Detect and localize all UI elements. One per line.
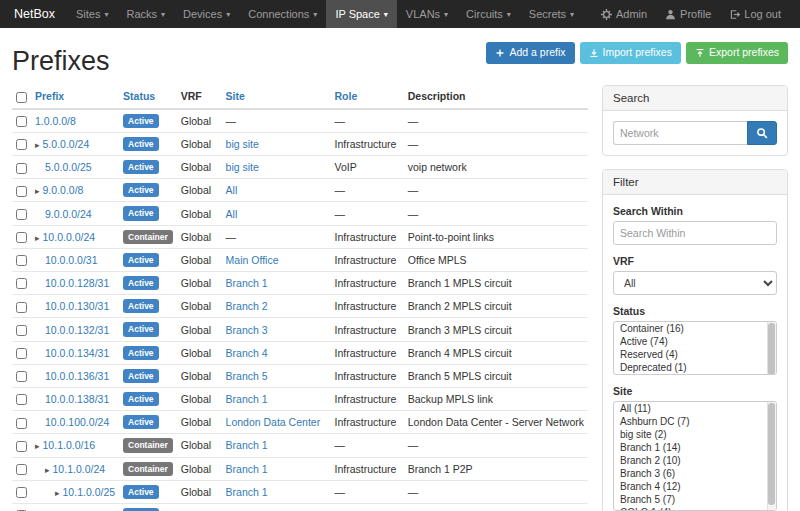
row-checkbox[interactable]: [16, 325, 27, 336]
site-link[interactable]: All: [226, 208, 238, 220]
row-checkbox[interactable]: [16, 116, 27, 127]
option-all-11[interactable]: All (11): [614, 402, 776, 415]
nav-item-racks[interactable]: Racks▾: [117, 0, 174, 28]
site-link[interactable]: All: [226, 184, 238, 196]
expand-arrow-icon[interactable]: ▸: [35, 186, 40, 196]
indent-spacer: [35, 356, 45, 357]
nav-item-connections[interactable]: Connections▾: [239, 0, 326, 28]
option-branch-5-7[interactable]: Branch 5 (7): [614, 493, 776, 506]
search-button[interactable]: [747, 121, 777, 145]
nav-item-devices[interactable]: Devices▾: [174, 0, 239, 28]
nav-item-vlans[interactable]: VLANs▾: [397, 0, 457, 28]
row-checkbox[interactable]: [16, 464, 27, 475]
prefix-link[interactable]: 10.1.0.0/16: [43, 439, 96, 451]
nav-item-ip-space[interactable]: IP Space▾: [326, 0, 396, 28]
nav-item-log-out[interactable]: Log out: [720, 0, 790, 28]
prefix-link[interactable]: 10.1.0.0/24: [53, 463, 106, 475]
nav-item-circuits[interactable]: Circuits▾: [457, 0, 520, 28]
nav-item-secrets[interactable]: Secrets▾: [520, 0, 583, 28]
row-checkbox[interactable]: [16, 232, 27, 243]
expand-arrow-icon[interactable]: ▸: [35, 140, 40, 150]
add-a-prefix-button[interactable]: Add a prefix: [486, 42, 574, 64]
site-link[interactable]: Branch 2: [226, 300, 268, 312]
select-all-checkbox[interactable]: [16, 92, 27, 103]
site-link[interactable]: London Data Center: [226, 416, 321, 428]
scrollbar-thumb[interactable]: [768, 323, 775, 375]
prefix-link[interactable]: 10.0.0.130/31: [45, 300, 109, 312]
site-link[interactable]: Branch 3: [226, 324, 268, 336]
row-checkbox[interactable]: [16, 186, 27, 197]
prefix-link[interactable]: 5.0.0.0/24: [43, 138, 90, 150]
prefix-link[interactable]: 10.1.0.0/25: [63, 486, 116, 498]
option-branch-2-10[interactable]: Branch 2 (10): [614, 454, 776, 467]
option-branch-3-6[interactable]: Branch 3 (6): [614, 467, 776, 480]
prefix-link[interactable]: 9.0.0.0/24: [45, 208, 92, 220]
export-prefixes-button[interactable]: Export prefixes: [686, 42, 788, 64]
search-within-input[interactable]: [613, 221, 777, 245]
site-link[interactable]: Branch 1: [226, 277, 268, 289]
expand-arrow-icon[interactable]: ▸: [55, 488, 60, 498]
scrollbar-thumb[interactable]: [768, 403, 775, 505]
page: Prefixes Add a prefixImport prefixesExpo…: [0, 28, 800, 511]
brand[interactable]: NetBox: [8, 0, 67, 28]
prefix-link[interactable]: 10.0.100.0/24: [45, 416, 109, 428]
expand-arrow-icon[interactable]: ▸: [35, 233, 40, 243]
vrf-cell: Global: [177, 272, 222, 295]
row-checkbox[interactable]: [16, 371, 27, 382]
header-row: Prefixes Add a prefixImport prefixesExpo…: [12, 28, 788, 85]
prefix-link[interactable]: 5.0.0.0/25: [45, 161, 92, 173]
row-checkbox[interactable]: [16, 139, 27, 150]
nav-item-profile[interactable]: Profile: [656, 0, 720, 28]
row-checkbox[interactable]: [16, 441, 27, 452]
prefix-link[interactable]: 10.0.0.138/31: [45, 393, 109, 405]
site-link[interactable]: Branch 1: [226, 486, 268, 498]
prefix-link[interactable]: 10.0.0.134/31: [45, 347, 109, 359]
site-link[interactable]: Branch 1: [226, 463, 268, 475]
column-header-site[interactable]: Site: [222, 85, 331, 109]
nav-item-admin[interactable]: Admin: [592, 0, 656, 28]
nav-item-sites[interactable]: Sites▾: [67, 0, 117, 28]
prefix-link[interactable]: 10.0.0.128/31: [45, 277, 109, 289]
option-branch-1-14[interactable]: Branch 1 (14): [614, 441, 776, 454]
prefix-link[interactable]: 10.0.0.132/31: [45, 324, 109, 336]
option-reserved-4[interactable]: Reserved (4): [614, 348, 776, 361]
option-colo-1-4[interactable]: COLO 1 (4): [614, 506, 776, 511]
vrf-select[interactable]: All: [613, 271, 777, 295]
column-header-prefix[interactable]: Prefix: [31, 85, 119, 109]
row-checkbox[interactable]: [16, 394, 27, 405]
option-deprecated-1[interactable]: Deprecated (1): [614, 361, 776, 374]
row-checkbox[interactable]: [16, 278, 27, 289]
row-checkbox[interactable]: [16, 255, 27, 266]
option-branch-4-12[interactable]: Branch 4 (12): [614, 480, 776, 493]
site-link[interactable]: Main Office: [226, 254, 279, 266]
row-checkbox[interactable]: [16, 302, 27, 313]
option-big-site-2[interactable]: big site (2): [614, 428, 776, 441]
row-checkbox[interactable]: [16, 209, 27, 220]
prefix-link[interactable]: 10.0.0.0/31: [45, 254, 98, 266]
row-checkbox[interactable]: [16, 487, 27, 498]
option-active-74[interactable]: Active (74): [614, 335, 776, 348]
option-container-16[interactable]: Container (16): [614, 322, 776, 335]
prefix-link[interactable]: 1.0.0.0/8: [35, 115, 76, 127]
site-link[interactable]: big site: [226, 138, 259, 150]
column-header-status[interactable]: Status: [119, 85, 177, 109]
prefix-link[interactable]: 9.0.0.0/8: [43, 184, 84, 196]
row-checkbox[interactable]: [16, 163, 27, 174]
row-checkbox[interactable]: [16, 348, 27, 359]
site-link[interactable]: Branch 5: [226, 370, 268, 382]
prefix-link[interactable]: 10.0.0.0/24: [43, 231, 96, 243]
search-input[interactable]: [613, 121, 747, 145]
table-row: ▸10.1.0.0/24ContainerGlobalBranch 1Infra…: [12, 457, 588, 480]
prefix-link[interactable]: 10.0.0.136/31: [45, 370, 109, 382]
row-checkbox[interactable]: [16, 418, 27, 429]
site-link[interactable]: big site: [226, 161, 259, 173]
site-link[interactable]: Branch 1: [226, 439, 268, 451]
option-ashburn-dc-7[interactable]: Ashburn DC (7): [614, 415, 776, 428]
site-link[interactable]: Branch 1: [226, 393, 268, 405]
expand-arrow-icon[interactable]: ▸: [45, 465, 50, 475]
site-link[interactable]: Branch 4: [226, 347, 268, 359]
indent-spacer: [35, 472, 45, 473]
column-header-role[interactable]: Role: [330, 85, 403, 109]
import-prefixes-button[interactable]: Import prefixes: [580, 42, 681, 64]
expand-arrow-icon[interactable]: ▸: [35, 441, 40, 451]
